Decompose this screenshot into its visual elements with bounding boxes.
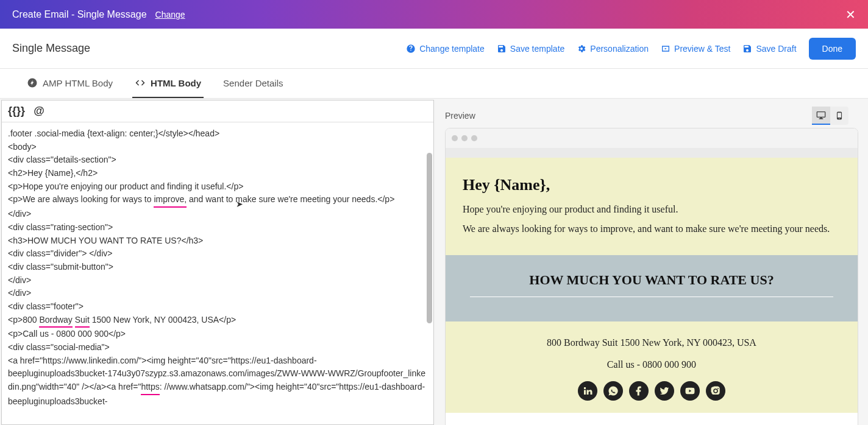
code-line: <div class="divider"> </div> [8, 247, 427, 261]
preview-test-label: Preview & Test [674, 44, 730, 54]
code-line: </div> [8, 287, 427, 300]
window-dot [461, 135, 468, 141]
code-line: beepluginuploads3bucket-174u3y07szypz.s3… [8, 367, 427, 408]
device-toggle [812, 107, 848, 125]
tab-html-body[interactable]: HTML Body [132, 69, 204, 98]
code-line: <p>Call us - 0800 000 900</p> [8, 328, 427, 341]
editor-pane: {{}} @ ➤ .footer .social-media {text-ali… [1, 100, 434, 425]
save-icon [497, 44, 507, 54]
code-line: </div> [8, 274, 427, 287]
at-icon[interactable]: @ [34, 105, 44, 118]
content-area: {{}} @ ➤ .footer .social-media {text-ali… [0, 99, 868, 425]
email-footer: 800 Bordway Suit 1500 New York, NY 00042… [446, 321, 858, 413]
desktop-toggle[interactable] [812, 107, 830, 125]
code-icon [135, 77, 146, 88]
braces-icon[interactable]: {{}} [8, 105, 25, 118]
desktop-icon [816, 110, 826, 120]
divider [470, 297, 833, 297]
save-template-label: Save template [510, 44, 565, 54]
tab-amp-html-body[interactable]: AMP HTML Body [24, 69, 115, 98]
save-draft-button[interactable]: Save Draft [742, 44, 796, 54]
window-dot [452, 135, 458, 141]
code-line: <div class="social-media"> [8, 341, 427, 354]
linkedin-icon[interactable] [578, 381, 597, 401]
email-rating-section: HOW MUCH YOU WANT TO RATE US? [446, 255, 858, 321]
gear-icon [577, 44, 586, 54]
facebook-icon[interactable] [629, 381, 649, 401]
editor-toolbar: {{}} @ [2, 100, 433, 122]
code-line: .footer .social-media {text-align: cente… [8, 127, 427, 141]
footer-address: 800 Bordway Suit 1500 New York, NY 00042… [458, 337, 845, 348]
twitter-icon[interactable] [655, 381, 674, 401]
youtube-icon[interactable] [680, 381, 700, 401]
scrollbar[interactable] [425, 122, 433, 424]
browser-urlbar [446, 148, 858, 158]
code-line: </div> [8, 208, 427, 221]
change-link[interactable]: Change [155, 10, 185, 19]
amp-icon [27, 77, 38, 88]
change-template-icon [406, 44, 416, 54]
code-line: <a href="https://www.linkedin.com/"><img… [8, 354, 427, 368]
browser-frame: Hey {Name}, Hope you're enjoying our pro… [445, 128, 858, 425]
page-title: Single Message [12, 42, 90, 55]
code-line: <div class="footer"> [8, 300, 427, 314]
email-heading: Hey {Name}, [463, 176, 841, 194]
preview-pane: Preview Hey {Name}, Hope you're en [435, 99, 868, 425]
cursor-icon: ➤ [236, 198, 243, 211]
change-template-label: Change template [419, 44, 485, 54]
tabs: AMP HTML Body HTML Body Sender Details [0, 69, 868, 99]
code-line: <div class="rating-section"> [8, 221, 427, 234]
whatsapp-icon[interactable] [603, 381, 623, 401]
toolbar: Single Message Change template Save temp… [0, 29, 868, 69]
personalization-button[interactable]: Personalization [577, 44, 649, 54]
social-media [458, 381, 845, 401]
code-editor[interactable]: ➤ .footer .social-media {text-align: cen… [2, 122, 433, 424]
top-banner: Create Email - Single Message Change ✕ [0, 0, 868, 29]
code-line: <h3>HOW MUCH YOU WANT TO RATE US?</h3> [8, 234, 427, 248]
footer-phone: Call us - 0800 000 900 [458, 359, 845, 370]
personalization-label: Personalization [590, 44, 649, 54]
code-line: <h2>Hey {Name},</h2> [8, 167, 427, 180]
preview-test-button[interactable]: Preview & Test [661, 44, 730, 54]
instagram-icon[interactable] [706, 381, 725, 401]
email-paragraph: Hope you're enjoying our product and fin… [463, 204, 841, 215]
browser-chrome [446, 128, 858, 148]
preview-icon [661, 44, 671, 54]
tab-amp-label: AMP HTML Body [43, 78, 113, 88]
tab-sender-label: Sender Details [223, 78, 283, 88]
code-line: <div class="submit-button"> [8, 261, 427, 274]
tab-sender-details[interactable]: Sender Details [221, 69, 285, 98]
rating-heading: HOW MUCH YOU WANT TO RATE US? [458, 272, 845, 288]
preview-label: Preview [445, 111, 475, 121]
save-template-button[interactable]: Save template [497, 44, 565, 54]
preview-header: Preview [445, 104, 858, 128]
code-line: <p>We are always looking for ways to imp… [8, 193, 427, 208]
save-draft-icon [742, 44, 752, 54]
close-icon[interactable]: ✕ [845, 7, 856, 22]
code-line: <body> [8, 141, 427, 154]
tab-html-label: HTML Body [151, 78, 201, 88]
email-paragraph: We are always looking for ways to improv… [463, 223, 841, 234]
done-button[interactable]: Done [809, 38, 856, 60]
email-preview: Hey {Name}, Hope you're enjoying our pro… [446, 158, 858, 425]
mobile-icon [835, 111, 844, 120]
save-draft-label: Save Draft [756, 44, 796, 54]
code-line: <div class="details-section"> [8, 153, 427, 167]
code-line: <p>Hope you're enjoying our product and … [8, 180, 427, 194]
change-template-button[interactable]: Change template [406, 44, 485, 54]
window-dot [471, 135, 477, 141]
banner-title: Create Email - Single Message [12, 9, 147, 20]
toolbar-actions: Change template Save template Personaliz… [406, 38, 856, 60]
code-line: <p>800 Bordway Suit 1500 New York, NY 00… [8, 314, 427, 328]
scroll-thumb[interactable] [427, 153, 432, 323]
mobile-toggle[interactable] [830, 107, 848, 125]
email-details-section: Hey {Name}, Hope you're enjoying our pro… [446, 158, 858, 255]
